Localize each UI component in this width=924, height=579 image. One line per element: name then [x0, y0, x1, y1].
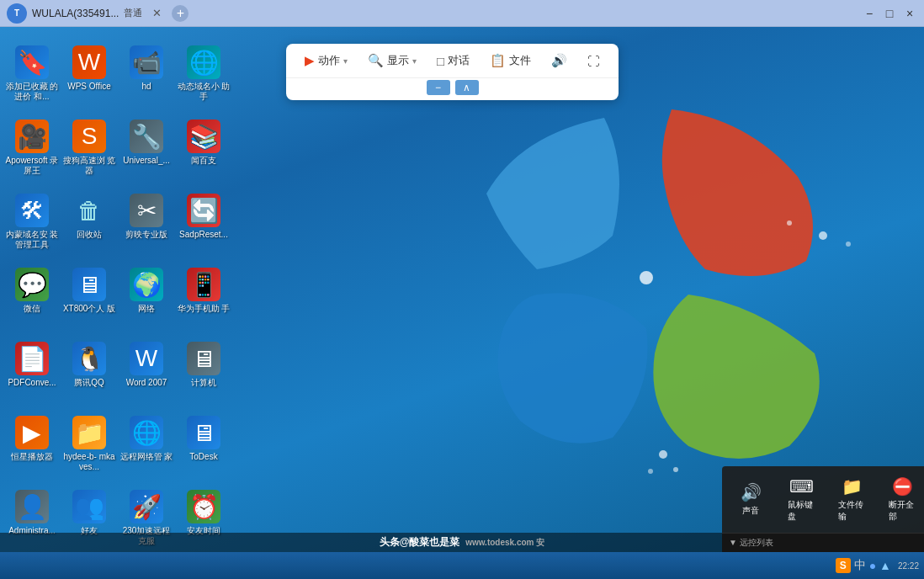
- sound-icon: 🔊: [741, 482, 762, 502]
- desktop-icon-1[interactable]: WWPS Office: [61, 40, 118, 114]
- svg-point-2: [846, 242, 851, 247]
- desktop-icon-23[interactable]: 🖥ToDesk: [175, 411, 232, 485]
- icon-image-17: 🐧: [72, 342, 106, 375]
- brand-text: 头条@酸菜也是菜 www.todesk.com 安: [380, 535, 544, 550]
- desktop-icon-21[interactable]: 📁hydee-b- mkaves...: [61, 411, 118, 485]
- desktop-icon-7[interactable]: 📚闻百支: [175, 114, 232, 189]
- icon-label-14: 网络: [138, 304, 155, 314]
- icon-label-18: Word 2007: [126, 378, 167, 388]
- desktop-icon-6[interactable]: 🔧Universal_...: [118, 114, 175, 189]
- sound-button[interactable]: 🔊 声音: [729, 477, 773, 522]
- svg-point-4: [659, 450, 667, 459]
- fullscreen-button[interactable]: ⛶: [579, 50, 608, 72]
- audio-button[interactable]: 🔊: [543, 49, 576, 72]
- icon-image-16: 📄: [15, 342, 49, 375]
- desktop-icon-20[interactable]: ▶恒星播放器: [3, 411, 61, 485]
- icon-label-9: 回收站: [77, 230, 102, 240]
- icon-image-26: 🚀: [130, 490, 163, 523]
- taskbar-time: 22:22: [898, 561, 919, 571]
- action-button[interactable]: ▶ 动作 ▾: [296, 49, 356, 72]
- desktop-icon-11[interactable]: 🔄SadpReset...: [175, 189, 232, 263]
- desktop-icon-16[interactable]: 📄PDFConve...: [3, 337, 61, 411]
- icon-image-3: 🌐: [187, 45, 220, 79]
- icon-label-13: XT800个人 版: [63, 304, 115, 314]
- icon-image-4: 🎥: [15, 120, 49, 153]
- desktop-icon-8[interactable]: 🛠内蒙域名安 装管理工具: [3, 189, 61, 263]
- desktop-icons: 🔖添加已收藏 的进价 和...WWPS Office📹hd🌐动态域名小 助手🎥A…: [0, 34, 248, 579]
- desktop-icon-13[interactable]: 🖥XT800个人 版: [61, 263, 118, 337]
- icon-image-14: 🌍: [130, 268, 163, 301]
- dialog-button[interactable]: □ 对话: [428, 49, 478, 72]
- icon-label-19: 计算机: [191, 378, 216, 388]
- icon-image-12: 💬: [15, 268, 49, 301]
- icon-image-15: 📱: [187, 268, 220, 301]
- svg-point-3: [787, 220, 792, 226]
- desktop-icon-5[interactable]: S搜狗高速浏 览器: [61, 114, 118, 189]
- tray-dot-icon: ●: [869, 559, 876, 572]
- display-button[interactable]: 🔍 显示 ▾: [359, 49, 425, 72]
- collapse-up-button[interactable]: ∧: [455, 80, 479, 95]
- desktop-icon-15[interactable]: 📱华为手机助 手: [175, 263, 232, 337]
- icon-label-6: Universal_...: [123, 156, 170, 166]
- tray-arrow-icon: ▲: [879, 559, 891, 572]
- disconnect-icon: ⛔: [892, 476, 913, 497]
- desktop-icon-4[interactable]: 🎥Apowersoft 录屏王: [3, 114, 61, 189]
- window-controls: − □ ×: [862, 6, 917, 21]
- maximize-button[interactable]: □: [882, 6, 897, 21]
- icon-image-10: ✂: [130, 194, 163, 227]
- icon-label-16: PDFConve...: [8, 378, 56, 388]
- icon-image-5: S: [72, 120, 106, 153]
- close-button[interactable]: ×: [902, 6, 917, 21]
- desktop-icon-22[interactable]: 🌐远程网络管 家: [118, 411, 175, 485]
- icon-image-24: 👤: [15, 490, 49, 523]
- icon-label-20: 恒星播放器: [11, 452, 53, 462]
- icon-image-18: W: [130, 342, 163, 375]
- taskbar: S 中 ● ▲ 22:22: [0, 552, 924, 579]
- disconnect-button[interactable]: ⛔ 断开全部: [880, 471, 924, 528]
- icon-image-9: 🗑: [72, 194, 106, 227]
- icon-image-13: 🖥: [72, 268, 106, 301]
- desktop-icon-12[interactable]: 💬微信: [3, 263, 61, 337]
- icon-image-11: 🔄: [187, 194, 220, 227]
- icon-image-25: 👥: [72, 490, 106, 523]
- transfer-icon: 📁: [842, 476, 863, 497]
- bottom-right-panel: 🔊 声音 ⌨ 鼠标键盘 📁 文件传输 ⛔ 断开全部 ▼ 远控列表: [722, 466, 924, 552]
- desktop-icon-19[interactable]: 🖥计算机: [175, 337, 232, 411]
- tray-s-icon[interactable]: S: [836, 558, 851, 573]
- taskbar-right: S 中 ● ▲ 22:22: [836, 558, 919, 573]
- minimize-button[interactable]: −: [862, 6, 877, 21]
- collapse-down-button[interactable]: −: [427, 80, 450, 95]
- icon-image-2: 📹: [130, 45, 163, 79]
- transfer-button[interactable]: 📁 文件传输: [830, 471, 874, 528]
- icon-image-20: ▶: [15, 416, 49, 449]
- icon-label-7: 闻百支: [191, 156, 216, 166]
- desktop-icon-17[interactable]: 🐧腾讯QQ: [61, 337, 118, 411]
- icon-image-21: 📁: [72, 416, 106, 449]
- icon-image-1: W: [72, 45, 106, 79]
- avatar: T: [7, 3, 27, 24]
- desktop-icon-3[interactable]: 🌐动态域名小 助手: [175, 40, 232, 114]
- icon-label-0: 添加已收藏 的进价 和...: [5, 82, 59, 102]
- desktop-icon-18[interactable]: WWord 2007: [118, 337, 175, 411]
- file-button[interactable]: 📋 文件: [481, 49, 539, 72]
- tab-close-button[interactable]: ✕: [152, 7, 162, 19]
- keyboard-button[interactable]: ⌨ 鼠标键盘: [779, 471, 823, 528]
- desktop: T WULALA(335491... 普通 ✕ + − □ × ▶ 动作 ▾ 🔍…: [0, 0, 924, 579]
- icon-image-0: 🔖: [15, 45, 49, 79]
- desktop-icon-14[interactable]: 🌍网络: [118, 263, 175, 337]
- desktop-icon-9[interactable]: 🗑回收站: [61, 189, 118, 263]
- svg-point-6: [673, 467, 678, 472]
- icon-label-23: ToDesk: [189, 452, 217, 462]
- icon-label-10: 剪映专业版: [125, 230, 167, 240]
- floating-toolbar: ▶ 动作 ▾ 🔍 显示 ▾ □ 对话 📋 文件 🔊 ⛶: [286, 44, 619, 100]
- desktop-icon-2[interactable]: 📹hd: [118, 40, 175, 114]
- add-tab-button[interactable]: +: [172, 5, 189, 22]
- icon-label-8: 内蒙域名安 装管理工具: [5, 230, 59, 250]
- desktop-icon-10[interactable]: ✂剪映专业版: [118, 189, 175, 263]
- desktop-icon-0[interactable]: 🔖添加已收藏 的进价 和...: [3, 40, 61, 114]
- svg-point-5: [648, 469, 653, 474]
- icon-label-2: hd: [141, 82, 151, 92]
- icon-label-22: 远程网络管 家: [120, 452, 173, 462]
- icon-label-4: Apowersoft 录屏王: [5, 156, 59, 176]
- windows-logo: [436, 67, 857, 488]
